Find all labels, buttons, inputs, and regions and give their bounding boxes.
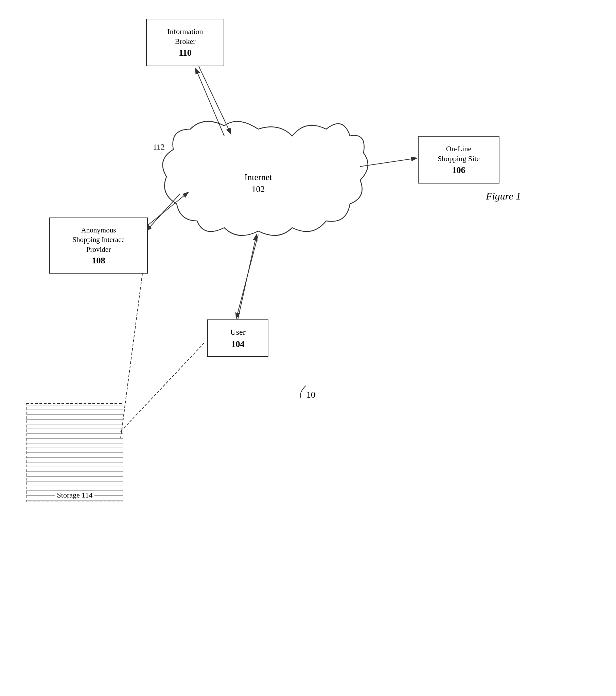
svg-line-3 — [199, 66, 231, 134]
svg-line-6 — [143, 192, 189, 230]
ref-100-svg: 100 — [296, 382, 316, 399]
information-broker-label: Information Broker — [167, 27, 203, 46]
online-shopping-node: On-LineShopping Site 106 — [418, 136, 500, 184]
svg-line-7 — [236, 235, 258, 319]
user-node: User 104 — [207, 319, 268, 357]
label-112: 112 — [153, 142, 165, 151]
online-shopping-label: On-LineShopping Site — [438, 144, 480, 163]
internet-label: Internet — [244, 172, 272, 182]
information-broker-node: Information Broker 110 — [146, 19, 224, 66]
svg-text:100: 100 — [306, 390, 316, 399]
diagram: Internet 102 112 Information Broker 110 … — [0, 0, 616, 696]
ref-100: 100 — [296, 382, 316, 402]
anonymous-shopping-node: AnonymousShopping InteraceProvider 108 — [49, 218, 148, 273]
storage-label: Storage 114 — [55, 491, 95, 499]
internet-cloud: Internet 102 — [163, 121, 368, 236]
svg-line-4 — [360, 158, 417, 167]
internet-number: 102 — [252, 184, 265, 194]
svg-line-10 — [121, 258, 144, 438]
svg-line-9 — [121, 343, 204, 432]
information-broker-number: 110 — [179, 48, 192, 58]
anonymous-shopping-label: AnonymousShopping InteraceProvider — [73, 225, 124, 254]
svg-line-2 — [195, 68, 224, 136]
diagram-svg: Internet 102 112 — [0, 0, 616, 696]
online-shopping-number: 106 — [452, 165, 465, 175]
user-number: 104 — [231, 339, 244, 349]
svg-line-5 — [146, 194, 180, 231]
storage-lines-svg — [26, 403, 124, 503]
figure-label: Figure 1 — [486, 190, 521, 202]
anonymous-shopping-number: 108 — [92, 256, 105, 266]
svg-line-8 — [238, 235, 256, 319]
storage-node: Storage 114 — [26, 403, 124, 503]
user-label: User — [230, 327, 245, 337]
svg-rect-12 — [26, 404, 123, 502]
